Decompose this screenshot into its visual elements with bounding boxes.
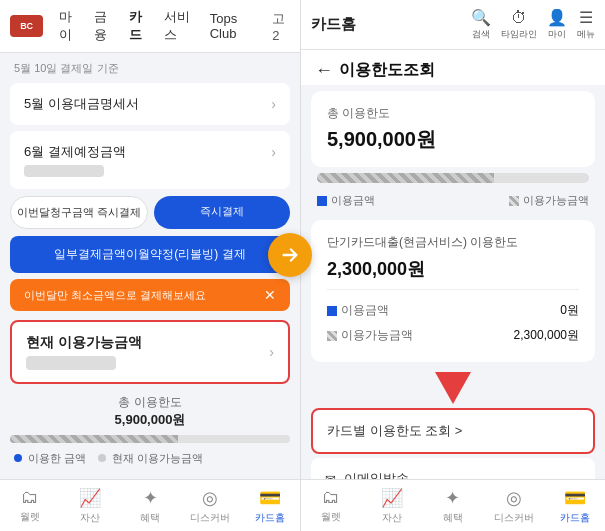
my-icon-btn[interactable]: 👤 마이 (547, 8, 567, 41)
right-nav-wallet[interactable]: 🗂 월렛 (301, 480, 362, 531)
menu-item-statement[interactable]: 5월 이용대금명세서 › (10, 83, 290, 125)
legend-gray-dot (98, 454, 106, 462)
right-nav-benefit-label: 혜택 (443, 511, 463, 525)
search-icon-btn[interactable]: 🔍 검색 (471, 8, 491, 41)
cardhome-icon-left: 💳 (259, 487, 281, 509)
right-content: ← 이용한도조회 총 이용한도 5,900,000원 이용금액 이용가능금액 단… (301, 50, 605, 531)
nav-item-tops[interactable]: Tops Club (210, 11, 261, 41)
total-limit-amount: 5,900,000원 (115, 412, 186, 427)
left-nav-asset[interactable]: 📈 자산 (60, 480, 120, 531)
right-legend-used: 이용금액 (317, 193, 375, 208)
dismiss-text: 이번달만 최소금액으로 결제해보세요 (24, 288, 206, 303)
my-label: 마이 (548, 28, 566, 41)
legend-used: 이용한 금액 (14, 451, 86, 466)
btn-row: 이번달청구금액 즉시결제 즉시결제 (10, 196, 290, 229)
menu-payment-label: 6월 결제예정금액 (24, 143, 126, 161)
right-progress-fill (317, 173, 494, 183)
nav-item-mai[interactable]: 마이 (59, 8, 82, 44)
right-nav-asset[interactable]: 📈 자산 (362, 480, 423, 531)
cash-used-amount: 0원 (560, 302, 579, 319)
right-nav-discover-label: 디스커버 (494, 511, 534, 525)
cash-section-label: 단기카드대출(현금서비스) 이용한도 (327, 234, 579, 251)
legend-blue-dot (14, 454, 22, 462)
right-nav-discover[interactable]: ◎ 디스커버 (483, 480, 544, 531)
cash-used-row: 이용금액 0원 (327, 298, 579, 323)
left-progress-fill (10, 435, 178, 443)
left-legend: 이용한 금액 현재 이용가능금액 (0, 447, 300, 470)
nav-item-finance[interactable]: 금융 (94, 8, 117, 44)
cash-avail-legend: 이용가능금액 (327, 327, 413, 344)
menu-label: 메뉴 (577, 28, 595, 41)
cash-avail-row: 이용가능금액 2,300,000원 (327, 323, 579, 348)
cash-avail-amount: 2,300,000원 (514, 327, 579, 344)
current-limit-label: 현재 이용가능금액 (26, 334, 142, 352)
my-icon: 👤 (547, 8, 567, 27)
asset-icon: 📈 (79, 487, 101, 509)
right-wallet-icon: 🗂 (322, 487, 340, 508)
right-bottom-nav: 🗂 월렛 📈 자산 ✦ 혜택 ◎ 디스커버 💳 카드홈 (301, 479, 605, 531)
arrow-circle (268, 233, 312, 277)
total-limit-label: 총 이용한도 5,900,000원 (0, 394, 300, 429)
left-nav-cardhome[interactable]: 💳 카드홈 (240, 480, 300, 531)
right-nav-benefit[interactable]: ✦ 혜택 (423, 480, 484, 531)
right-nav-asset-label: 자산 (382, 511, 402, 525)
immediate-payment-btn[interactable]: 이번달청구금액 즉시결제 (10, 196, 148, 229)
nav-more[interactable]: 고2 (272, 10, 290, 43)
right-discover-icon: ◎ (506, 487, 522, 509)
left-nav-wallet[interactable]: 🗂 월렛 (0, 480, 60, 531)
search-icon: 🔍 (471, 8, 491, 27)
right-legend-row: 이용금액 이용가능금액 (301, 187, 605, 214)
right-asset-icon: 📈 (381, 487, 403, 509)
benefit-icon: ✦ (143, 487, 158, 509)
back-btn[interactable]: ← (315, 60, 333, 81)
menu-icon: ☰ (579, 8, 593, 27)
sq-blue-icon (317, 196, 327, 206)
right-benefit-icon: ✦ (445, 487, 460, 509)
total-limit-amount-right: 5,900,000원 (327, 126, 579, 153)
timeline-label: 타임라인 (501, 28, 537, 41)
dismiss-close-btn[interactable]: ✕ (264, 287, 276, 303)
right-cardhome-icon: 💳 (564, 487, 586, 509)
cash-section-amount: 2,300,000원 (327, 257, 579, 281)
total-limit-label-right: 총 이용한도 (327, 105, 579, 122)
back-row: ← 이용한도조회 (301, 50, 605, 85)
nav-item-card[interactable]: 카드 (129, 8, 152, 44)
left-nav-wallet-label: 월렛 (20, 510, 40, 524)
timeline-icon-btn[interactable]: ⏱ 타임라인 (501, 9, 537, 41)
card-limit-label: 카드별 이용한도 조회 > (327, 422, 462, 440)
left-top-nav: BC 마이 금융 카드 서비스 Tops Club 고2 (0, 0, 300, 53)
right-top-nav: 카드홈 🔍 검색 ⏱ 타임라인 👤 마이 ☰ 메뉴 (301, 0, 605, 50)
dismiss-banner: 이번달만 최소금액으로 결제해보세요 ✕ (10, 279, 290, 311)
right-panel: 카드홈 🔍 검색 ⏱ 타임라인 👤 마이 ☰ 메뉴 ← 이용한도조회 (300, 0, 605, 531)
card-limit-btn[interactable]: 카드별 이용한도 조회 > (311, 408, 595, 454)
menu-item-payment[interactable]: 6월 결제예정금액 › (10, 131, 290, 189)
menu-icon-btn[interactable]: ☰ 메뉴 (577, 8, 595, 41)
left-nav-benefit[interactable]: ✦ 혜택 (120, 480, 180, 531)
sq-gray-icon (509, 196, 519, 206)
cash-sq-gray (327, 331, 337, 341)
immediate-btn2[interactable]: 즉시결제 (154, 196, 290, 229)
left-nav-discover[interactable]: ◎ 디스커버 (180, 480, 240, 531)
right-legend-used-label: 이용금액 (331, 193, 375, 208)
current-limit-box[interactable]: 현재 이용가능금액 › (10, 320, 290, 384)
total-limit-text: 총 이용한도 (118, 395, 181, 409)
cash-sq-blue (327, 306, 337, 316)
cash-section-card: 단기카드대출(현금서비스) 이용한도 2,300,000원 이용금액 0원 이용… (311, 220, 595, 362)
center-arrow (268, 233, 312, 277)
cash-avail-label: 이용가능금액 (341, 327, 413, 344)
left-nav-cardhome-label: 카드홈 (255, 511, 285, 525)
search-label: 검색 (472, 28, 490, 41)
left-nav-discover-label: 디스커버 (190, 511, 230, 525)
nav-item-service[interactable]: 서비스 (164, 8, 198, 44)
date-basis: 5월 10일 결제일 기준 (0, 53, 300, 80)
wallet-icon: 🗂 (21, 487, 39, 508)
right-nav-cardhome-label: 카드홈 (560, 511, 590, 525)
cash-used-label: 이용금액 (341, 302, 389, 319)
partial-pay-btn[interactable]: 일부결제금액이월약정(리볼빙) 결제 (10, 236, 290, 273)
left-bottom-nav: 🗂 월렛 📈 자산 ✦ 혜택 ◎ 디스커버 💳 카드홈 (0, 479, 300, 531)
current-limit-value-blurred (26, 356, 116, 370)
discover-icon: ◎ (202, 487, 218, 509)
right-top-icons: 🔍 검색 ⏱ 타임라인 👤 마이 ☰ 메뉴 (471, 8, 595, 41)
right-nav-cardhome[interactable]: 💳 카드홈 (544, 480, 605, 531)
right-progress-bar (317, 173, 589, 183)
